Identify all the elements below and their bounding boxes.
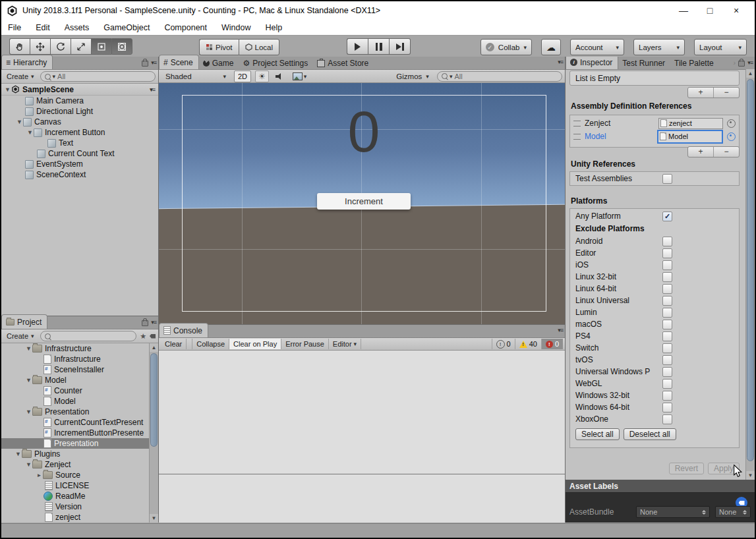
- hierarchy-search-input[interactable]: ▾ All: [40, 71, 156, 82]
- project-item-folder[interactable]: ▼Presentation: [1, 407, 158, 417]
- move-tool-button[interactable]: [30, 38, 50, 55]
- menu-component[interactable]: Component: [164, 23, 207, 32]
- cloud-button[interactable]: ☁: [541, 39, 561, 55]
- scrollbar-thumb[interactable]: [150, 353, 158, 447]
- project-item-asset[interactable]: SceneInstaller: [1, 364, 158, 375]
- deselect-all-button[interactable]: Deselect all: [624, 428, 676, 440]
- platform-checkbox[interactable]: [662, 379, 672, 389]
- project-scrollbar[interactable]: ▲ ▼: [149, 343, 158, 523]
- maximize-button[interactable]: □: [697, 2, 723, 19]
- collab-dropdown[interactable]: ✓ Collab ▾: [480, 39, 532, 55]
- tab-project-settings[interactable]: ⚙ Project Settings: [239, 57, 313, 69]
- platform-checkbox[interactable]: [662, 308, 672, 318]
- editor-dropdown[interactable]: Editor ▾: [329, 339, 361, 349]
- label-tag-icon[interactable]: [150, 334, 156, 339]
- platform-checkbox[interactable]: [662, 260, 672, 270]
- scroll-up-icon[interactable]: ▲: [150, 343, 158, 352]
- scene-menu-icon[interactable]: ▾≡: [150, 86, 155, 93]
- panel-menu-icon[interactable]: ▾≡: [151, 319, 156, 326]
- error-pause-toggle[interactable]: Error Pause: [281, 339, 329, 349]
- hierarchy-item-current-count-text[interactable]: Current Count Text: [1, 148, 158, 159]
- lock-icon[interactable]: [738, 61, 745, 67]
- reference-object-field-focused[interactable]: Model: [657, 130, 723, 144]
- effects-dropdown-button[interactable]: ▾: [290, 71, 310, 82]
- project-item-asset[interactable]: IncrementButtonPresente: [1, 428, 158, 438]
- menu-gameobject[interactable]: GameObject: [103, 23, 150, 32]
- clear-button[interactable]: Clear: [161, 339, 187, 349]
- warning-filter-button[interactable]: 40: [515, 339, 541, 349]
- scroll-down-icon[interactable]: ▼: [150, 514, 158, 523]
- 2d-toggle-button[interactable]: 2D: [234, 71, 251, 82]
- pause-button[interactable]: [368, 38, 390, 55]
- project-item-asset[interactable]: Counter: [1, 385, 158, 396]
- project-item-folder[interactable]: ▼Infrastructure: [1, 343, 158, 354]
- any-platform-checkbox[interactable]: ✓: [662, 212, 672, 221]
- console-log-area[interactable]: [159, 351, 565, 523]
- tab-project[interactable]: Project: [1, 314, 47, 329]
- rotate-tool-button[interactable]: [50, 38, 71, 55]
- tab-asset-store[interactable]: Asset Store: [313, 57, 374, 69]
- expand-arrow-icon[interactable]: ▼: [4, 86, 11, 93]
- project-item-folder[interactable]: ▼Zenject: [1, 459, 158, 470]
- increment-button[interactable]: Increment: [317, 193, 411, 210]
- gizmos-dropdown[interactable]: Gizmos ▾: [392, 71, 433, 82]
- reference-object-field[interactable]: zenject: [658, 118, 723, 129]
- project-item-asset[interactable]: Infrastructure: [1, 354, 158, 364]
- tab-overflow-chevron-icon[interactable]: ›: [734, 59, 736, 67]
- scale-tool-button[interactable]: [71, 38, 91, 55]
- platform-checkbox[interactable]: [662, 248, 672, 258]
- scene-viewport[interactable]: 0 Increment: [159, 83, 565, 324]
- reference-row[interactable]: Zenject zenject: [570, 117, 739, 130]
- layout-dropdown[interactable]: Layout ▾: [694, 39, 747, 55]
- close-button[interactable]: ×: [723, 2, 749, 19]
- project-item-asset-selected[interactable]: Presentation: [1, 438, 158, 449]
- menu-file[interactable]: File: [8, 23, 21, 32]
- select-all-button[interactable]: Select all: [575, 428, 620, 440]
- hierarchy-item-directional-light[interactable]: Directional Light: [1, 106, 158, 117]
- menu-edit[interactable]: Edit: [36, 23, 50, 32]
- menu-assets[interactable]: Assets: [65, 23, 90, 32]
- hierarchy-item-canvas[interactable]: ▼Canvas: [1, 117, 158, 127]
- menu-help[interactable]: Help: [265, 23, 282, 32]
- inspector-scrollbar[interactable]: ▲ ▼: [745, 69, 755, 480]
- lighting-toggle-button[interactable]: ☀: [255, 71, 269, 82]
- expand-arrow-icon[interactable]: ▼: [15, 451, 22, 457]
- object-picker-icon[interactable]: [727, 132, 736, 141]
- collapse-toggle[interactable]: Collapse: [192, 339, 229, 349]
- expand-arrow-icon[interactable]: ▼: [26, 129, 34, 136]
- expand-arrow-icon[interactable]: ▼: [25, 409, 32, 415]
- step-button[interactable]: [390, 38, 411, 55]
- account-dropdown[interactable]: Account ▾: [570, 39, 624, 55]
- project-item-asset[interactable]: ReadMe: [1, 491, 158, 501]
- tab-game[interactable]: Game: [199, 57, 239, 69]
- reference-row-selected[interactable]: Model Model: [570, 130, 739, 143]
- pivot-toggle-button[interactable]: Pivot: [199, 39, 239, 55]
- platform-checkbox[interactable]: [662, 296, 672, 306]
- local-toggle-button[interactable]: Local: [239, 39, 280, 55]
- platform-checkbox[interactable]: [662, 414, 672, 424]
- project-item-asset[interactable]: Version: [1, 501, 158, 512]
- platform-checkbox[interactable]: [662, 272, 672, 282]
- play-button[interactable]: [347, 38, 368, 55]
- platform-checkbox[interactable]: [662, 343, 672, 353]
- collapse-arrow-icon[interactable]: ►: [36, 472, 43, 478]
- lock-icon[interactable]: [142, 61, 148, 67]
- remove-button[interactable]: −: [714, 147, 739, 157]
- rect-tool-button[interactable]: [91, 38, 111, 55]
- favorites-icon[interactable]: ★: [140, 332, 146, 341]
- tab-hierarchy[interactable]: ≡ Hierarchy: [1, 55, 53, 69]
- hierarchy-item-eventsystem[interactable]: EventSystem: [1, 159, 158, 169]
- shaded-dropdown[interactable]: Shaded ▾: [161, 71, 230, 82]
- add-button[interactable]: +: [688, 147, 714, 157]
- project-item-asset[interactable]: LICENSE: [1, 480, 158, 491]
- hand-tool-button[interactable]: [9, 38, 30, 55]
- info-filter-button[interactable]: ! 0: [492, 339, 515, 349]
- hierarchy-item-main-camera[interactable]: Main Camera: [1, 96, 158, 106]
- platform-checkbox[interactable]: [662, 331, 672, 341]
- platform-checkbox[interactable]: [662, 284, 672, 294]
- expand-arrow-icon[interactable]: ▼: [25, 461, 32, 468]
- project-item-asset[interactable]: Model: [1, 396, 158, 407]
- hierarchy-create-button[interactable]: Create ▾: [4, 72, 37, 80]
- clear-on-play-toggle[interactable]: Clear on Play: [229, 339, 281, 349]
- expand-arrow-icon[interactable]: ▼: [25, 377, 32, 383]
